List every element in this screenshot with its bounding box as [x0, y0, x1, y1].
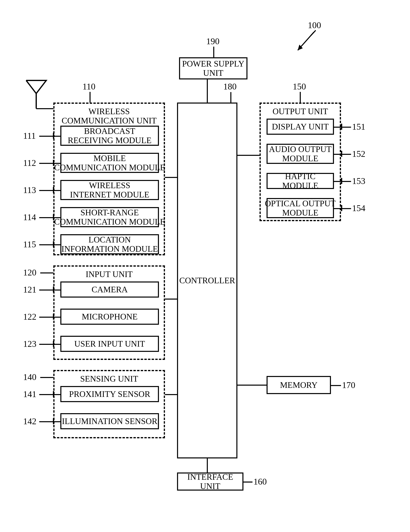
antenna-icon	[24, 78, 48, 110]
connector-sensing	[165, 394, 177, 395]
lead-170	[331, 385, 341, 386]
controller-box: CONTROLLER	[177, 103, 237, 458]
memory-box: MEMORY	[267, 376, 331, 394]
tick-112	[53, 160, 54, 166]
wireless-internet-module-box: WIRELESS INTERNET MODULE	[60, 180, 159, 200]
lead-190	[213, 47, 214, 57]
lead-160	[244, 482, 253, 483]
lead-150	[300, 92, 301, 103]
lead-114	[39, 217, 60, 218]
ref-113: 113	[23, 185, 36, 195]
tick-153	[341, 178, 342, 184]
lead-121	[39, 290, 60, 291]
connector-output	[237, 155, 260, 156]
tick-114	[53, 214, 54, 220]
ref-160: 160	[254, 476, 267, 487]
tick-123	[53, 341, 54, 347]
broadcast-module-box: BROADCAST RECEIVING MODULE	[60, 126, 159, 146]
lead-112	[39, 163, 60, 164]
lead-140	[40, 377, 53, 378]
tick-115	[53, 241, 54, 247]
connector-memory	[237, 385, 267, 386]
tick-122	[53, 314, 54, 320]
power-supply-unit-box: POWER SUPPLY UNIT	[179, 57, 247, 79]
lead-120	[40, 272, 53, 274]
lead-153	[334, 181, 351, 182]
user-input-box: USER INPUT UNIT	[60, 336, 159, 352]
ref-115: 115	[23, 239, 36, 249]
ref-170: 170	[342, 380, 355, 390]
location-module-box: LOCATION INFORMATION MODULE	[60, 234, 159, 254]
tick-113	[53, 187, 54, 193]
ref-123: 123	[23, 339, 36, 349]
connector-wireless	[165, 177, 177, 178]
microphone-box: MICROPHONE	[60, 309, 159, 325]
lead-115	[39, 244, 60, 245]
lead-111	[39, 136, 60, 137]
input-group-title: INPUT UNIT	[55, 270, 164, 279]
ref-152: 152	[352, 149, 365, 159]
lead-142	[39, 421, 60, 422]
output-group-title: OUTPUT UNIT	[261, 107, 340, 116]
lead-154	[334, 208, 351, 209]
lead-141	[39, 394, 60, 395]
ref-122: 122	[23, 312, 36, 322]
ref-111: 111	[23, 131, 36, 141]
wireless-group: WIRELESS COMMUNICATION UNIT	[53, 103, 165, 255]
lead-113	[39, 190, 60, 191]
short-range-module-box: SHORT-RANGE COMMUNICATION MODULE	[60, 207, 159, 227]
ref-153: 153	[352, 176, 365, 186]
ref-121: 121	[23, 285, 36, 295]
tick-142	[53, 418, 54, 424]
connector-controller-interface	[207, 458, 208, 473]
tick-111	[53, 133, 54, 139]
proximity-box: PROXIMITY SENSOR	[60, 386, 159, 402]
ref-150: 150	[293, 81, 306, 92]
display-box: DISPLAY UNIT	[267, 119, 334, 135]
ref-112: 112	[23, 158, 36, 168]
diagram-canvas: 100 POWER SUPPLY UNIT 190 CONTROLLER 180…	[0, 0, 410, 532]
ref-140: 140	[23, 372, 36, 382]
lead-152	[334, 154, 351, 155]
tick-154	[341, 205, 342, 211]
antenna-connector	[36, 108, 53, 109]
interface-unit-box: INTERFACE UNIT	[177, 473, 244, 491]
ref-110: 110	[82, 81, 95, 92]
tick-152	[341, 151, 342, 157]
svg-line-2	[311, 30, 316, 36]
tick-121	[53, 286, 54, 293]
haptic-box: HAPTIC MODULE	[267, 173, 334, 189]
lead-151	[334, 127, 351, 128]
arrow-100	[292, 30, 316, 54]
connector-input	[165, 299, 177, 300]
lead-110	[89, 92, 90, 103]
connector-power-controller	[207, 79, 208, 103]
ref-151: 151	[352, 122, 365, 132]
mobile-module-box: MOBILE COMMUNICATION MODULE	[60, 153, 159, 173]
ref-120: 120	[23, 267, 36, 278]
ref-180: 180	[223, 81, 237, 92]
tick-141	[53, 391, 54, 397]
ref-100: 100	[308, 20, 321, 30]
lead-123	[39, 344, 60, 345]
ref-142: 142	[23, 416, 36, 427]
tick-151	[341, 124, 342, 130]
camera-box: CAMERA	[60, 282, 159, 298]
lead-180	[230, 92, 231, 103]
wireless-group-title: WIRELESS COMMUNICATION UNIT	[55, 107, 164, 125]
lead-122	[39, 317, 60, 318]
ref-141: 141	[23, 389, 36, 399]
ref-114: 114	[23, 212, 36, 222]
ref-154: 154	[352, 203, 365, 213]
optical-box: OPTICAL OUTPUT MODULE	[267, 198, 334, 218]
audio-box: AUDIO OUTPUT MODULE	[267, 144, 334, 164]
sensing-group-title: SENSING UNIT	[55, 374, 164, 383]
illumination-box: ILLUMINATION SENSOR	[60, 413, 159, 429]
ref-190: 190	[206, 36, 219, 47]
